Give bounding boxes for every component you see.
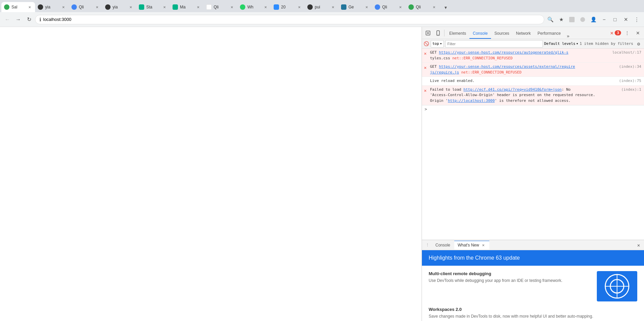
feature-item-2: Workspaces 2.0 Save changes made in DevT… — [429, 307, 637, 319]
tab-10[interactable]: pui ✕ — [305, 2, 338, 12]
console-text-4: (index):1 Failed to load http://ecf.d41.… — [430, 87, 595, 103]
console-output: ✕ localhost/:17 GET https://your-sense-h… — [422, 49, 644, 240]
address-input[interactable]: localhost:3000 — [43, 17, 540, 22]
tab-8[interactable]: Wh ✕ — [237, 2, 271, 12]
browser-window: Sal ✕ yia ✕ Qli ✕ yia ✕ Sta ✕ Ma ✕ — [0, 0, 644, 321]
search-button[interactable]: 🔍 — [546, 15, 555, 24]
address-bar[interactable]: ℹ localhost:3000 — [35, 15, 544, 24]
tab-close-12[interactable]: ✕ — [398, 4, 403, 10]
close-button[interactable]: ✕ — [621, 15, 631, 24]
console-link-2b[interactable]: js/require.js — [430, 70, 459, 75]
drawer-tab-whats-new-label: What's New — [458, 243, 479, 247]
console-settings-button[interactable]: ⚙ — [635, 40, 643, 48]
drawer-more-button[interactable]: ⋮ — [423, 241, 431, 249]
console-link-1[interactable]: https://your-sense-host.com/resources/au… — [439, 50, 569, 55]
devtools-device-button[interactable] — [433, 28, 443, 38]
tab-title-7: Qli — [214, 5, 227, 9]
context-value: top — [432, 41, 439, 46]
page-content — [0, 27, 422, 321]
line-ref-3: (index):75 — [619, 78, 641, 84]
console-entry-4: ✕ (index):1 Failed to load http://ecf.d4… — [422, 86, 644, 106]
console-link-4b[interactable]: http://localhost:3000 — [448, 98, 495, 103]
tab-close-10[interactable]: ✕ — [330, 4, 336, 10]
drawer-tab-whats-new-close[interactable]: ✕ — [481, 242, 486, 248]
devtools-close-button[interactable]: ✕ — [633, 28, 643, 38]
reload-button[interactable]: ↻ — [24, 15, 34, 24]
tab-5[interactable]: Sta ✕ — [136, 2, 170, 12]
tab-1[interactable]: Sal ✕ — [1, 2, 35, 12]
devtools-tab-sources[interactable]: Sources — [491, 29, 513, 39]
tab-title-8: Wh — [247, 5, 261, 9]
extension2-button[interactable] — [578, 15, 587, 24]
tab-favicon-8 — [240, 4, 245, 10]
tab-close-13[interactable]: ✕ — [431, 4, 437, 10]
devtools-tab-elements[interactable]: Elements — [446, 29, 469, 39]
maximize-button[interactable]: □ — [610, 15, 620, 24]
devtools-tab-network[interactable]: Network — [513, 29, 534, 39]
svg-point-1 — [580, 17, 585, 22]
tab-favicon-5 — [139, 4, 144, 10]
tab-close-1[interactable]: ✕ — [27, 4, 32, 10]
tab-title-13: Qli — [416, 5, 429, 9]
feature-text-1: Multi-client remote debugging Use DevToo… — [429, 271, 591, 301]
tab-favicon-10 — [307, 4, 313, 10]
tab-9[interactable]: 20 ✕ — [271, 2, 305, 12]
drawer-tab-whats-new[interactable]: What's New ✕ — [454, 241, 489, 250]
drawer-tab-console[interactable]: Console — [432, 241, 454, 250]
tab-title-2: yia — [45, 5, 59, 9]
more-button[interactable]: ⋮ — [632, 15, 641, 24]
tab-2[interactable]: yia ✕ — [35, 2, 69, 12]
tab-11[interactable]: Ge ✕ — [338, 2, 372, 12]
tab-close-9[interactable]: ✕ — [297, 4, 302, 10]
whats-new-panel: Highlights from the Chrome 63 update Mul… — [422, 250, 644, 321]
tab-title-3: Qli — [79, 5, 92, 9]
tab-favicon-4 — [105, 4, 111, 10]
line-ref-4: (index):1 — [621, 87, 641, 93]
tab-title-5: Sta — [146, 5, 160, 9]
devtools-settings-button[interactable]: ⋮ — [622, 28, 632, 38]
svg-point-4 — [438, 34, 438, 35]
tab-overflow-button[interactable]: ▾ — [441, 3, 450, 12]
tab-title-12: Qli — [382, 5, 396, 9]
tab-4[interactable]: yia ✕ — [102, 2, 136, 12]
tab-7[interactable]: Qli ✕ — [204, 2, 237, 12]
tab-close-4[interactable]: ✕ — [128, 4, 133, 10]
back-button[interactable]: ← — [3, 15, 12, 24]
tab-close-11[interactable]: ✕ — [364, 4, 369, 10]
tab-6[interactable]: Ma ✕ — [170, 2, 204, 12]
tab-3[interactable]: Qli ✕ — [69, 2, 102, 12]
console-filter-input[interactable] — [445, 40, 543, 48]
line-ref-1: localhost/:17 — [612, 50, 641, 56]
console-clear-button[interactable]: 🚫 — [423, 41, 429, 47]
devtools-more-tabs[interactable]: » — [564, 33, 572, 39]
profile-button[interactable]: 👤 — [589, 15, 598, 24]
tab-close-6[interactable]: ✕ — [195, 4, 201, 10]
console-link-2[interactable]: https://your-sense-host.com/resources/as… — [439, 64, 575, 69]
hidden-items-info: 1 item hidden by filters — [580, 41, 633, 46]
tab-close-7[interactable]: ✕ — [229, 4, 235, 10]
tab-close-3[interactable]: ✕ — [94, 4, 100, 10]
console-link-4[interactable]: http://ecf.d41.co/api/?req=vid9410&form=… — [463, 87, 561, 92]
drawer-close-button[interactable]: ✕ — [635, 241, 643, 249]
tab-close-5[interactable]: ✕ — [162, 4, 167, 10]
devtools-tab-performance[interactable]: Performance — [534, 29, 564, 39]
svg-rect-0 — [569, 17, 575, 22]
context-selector[interactable]: top ▾ — [431, 40, 444, 48]
tab-favicon-11 — [341, 4, 346, 10]
console-entry-2: ✕ (index):34 GET https://your-sense-host… — [422, 63, 644, 77]
feature-text-2: Workspaces 2.0 Save changes made in DevT… — [429, 307, 637, 319]
tab-close-2[interactable]: ✕ — [61, 4, 66, 10]
devtools-inspect-button[interactable] — [423, 28, 433, 38]
devtools-separator — [444, 30, 444, 36]
tab-12[interactable]: Qli ✕ — [372, 2, 406, 12]
minimize-button[interactable]: − — [600, 15, 609, 24]
tab-close-8[interactable]: ✕ — [263, 4, 268, 10]
log-level-selector[interactable]: Default levels ▾ — [544, 41, 578, 46]
forward-button[interactable]: → — [13, 15, 23, 24]
extension1-button[interactable] — [567, 15, 577, 24]
tab-13[interactable]: Qli ✕ — [406, 2, 439, 12]
bookmark-button[interactable]: ★ — [556, 15, 566, 24]
line-ref-2: (index):34 — [619, 64, 641, 70]
devtools-tab-console[interactable]: Console — [469, 29, 491, 39]
whats-new-header: Highlights from the Chrome 63 update — [422, 250, 644, 266]
